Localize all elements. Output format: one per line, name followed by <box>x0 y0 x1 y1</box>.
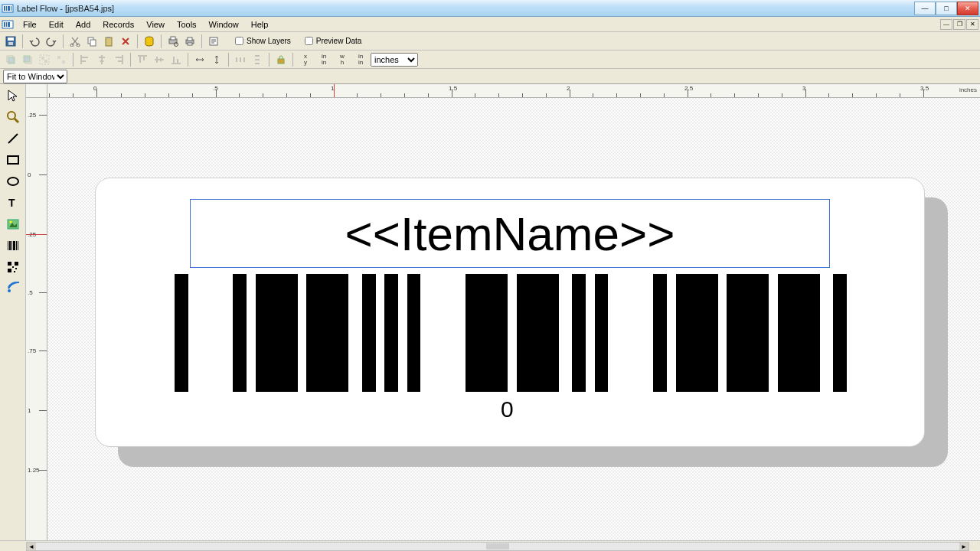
menu-window[interactable]: Window <box>203 18 245 31</box>
zoom-select[interactable]: Fit to Window <box>3 70 67 83</box>
svg-rect-51 <box>173 57 175 63</box>
svg-line-62 <box>8 134 18 143</box>
menu-view[interactable]: View <box>140 18 171 31</box>
svg-rect-43 <box>118 60 122 62</box>
bring-front-button[interactable] <box>3 52 18 67</box>
dist-vert-button[interactable] <box>250 52 265 67</box>
cut-button[interactable] <box>67 34 83 49</box>
svg-rect-42 <box>116 57 122 58</box>
paste-button[interactable] <box>101 34 116 49</box>
svg-rect-56 <box>255 55 260 57</box>
preview-data-checkbox[interactable]: Preview Data <box>305 37 361 45</box>
menu-tools[interactable]: Tools <box>171 18 203 31</box>
close-button[interactable]: ✕ <box>957 2 978 15</box>
scroll-thumb[interactable] <box>486 543 509 549</box>
align-center-v-button[interactable] <box>152 52 167 67</box>
send-back-button[interactable] <box>20 52 35 67</box>
print-button[interactable] <box>182 34 198 49</box>
maximize-button[interactable]: □ <box>936 2 957 15</box>
copy-button[interactable] <box>84 34 100 49</box>
align-center-h-button[interactable] <box>94 52 109 67</box>
menu-add[interactable]: Add <box>70 18 97 31</box>
svg-rect-36 <box>82 57 88 58</box>
svg-rect-40 <box>100 60 104 62</box>
canvas[interactable]: <<ItemName>>0 <box>47 98 980 540</box>
center-horiz-button[interactable] <box>192 52 207 67</box>
scroll-right-icon[interactable]: ► <box>959 543 969 550</box>
svg-rect-72 <box>13 241 15 250</box>
minimize-button[interactable]: — <box>914 2 936 15</box>
barcode-value: 0 <box>501 396 514 422</box>
redo-button[interactable] <box>44 34 59 49</box>
toolbar-main: Show Layers Preview Data <box>0 32 980 51</box>
barcode-tool[interactable] <box>2 236 24 256</box>
coord-w: wh <box>336 54 348 66</box>
svg-point-68 <box>9 221 11 223</box>
select-tool[interactable] <box>2 86 24 106</box>
svg-rect-74 <box>18 241 18 250</box>
menu-help[interactable]: Help <box>245 18 275 31</box>
center-vert-button[interactable] <box>209 52 224 67</box>
ellipse-tool[interactable] <box>2 171 24 191</box>
barcode[interactable] <box>175 274 847 392</box>
units-select[interactable]: inches <box>371 53 418 67</box>
menu-records[interactable]: Records <box>96 18 140 31</box>
h-scrollbar[interactable]: ◄ ► <box>26 542 969 551</box>
undo-button[interactable] <box>27 34 42 49</box>
svg-point-60 <box>8 112 15 119</box>
svg-rect-2 <box>6 6 7 11</box>
svg-rect-33 <box>57 56 60 59</box>
align-top-button[interactable] <box>135 52 150 67</box>
window-title: Label Flow - [jpsBA54.jps] <box>17 4 914 13</box>
text-tool[interactable]: T <box>2 193 24 213</box>
ungroup-button[interactable] <box>54 52 69 67</box>
svg-rect-59 <box>278 59 284 64</box>
svg-rect-3 <box>8 6 10 11</box>
svg-rect-11 <box>8 42 13 45</box>
delete-button[interactable] <box>118 34 133 49</box>
image-tool[interactable] <box>2 214 24 234</box>
svg-rect-58 <box>255 63 260 64</box>
ruler-vertical[interactable]: .250.25.5.7511.25 <box>26 98 47 540</box>
align-left-button[interactable] <box>77 52 93 67</box>
dist-horiz-button[interactable] <box>233 52 248 67</box>
svg-rect-31 <box>41 57 44 60</box>
text-field[interactable]: <<ItemName>> <box>190 199 830 268</box>
ruler-units-label: inches <box>959 86 977 93</box>
zoom-tool[interactable] <box>2 107 24 127</box>
svg-rect-73 <box>16 241 17 250</box>
svg-rect-24 <box>188 43 192 45</box>
rectangle-tool[interactable] <box>2 150 24 170</box>
database-button[interactable] <box>142 34 157 49</box>
line-tool[interactable] <box>2 129 24 148</box>
svg-rect-26 <box>8 57 15 64</box>
svg-text:T: T <box>8 197 15 209</box>
align-right-button[interactable] <box>111 52 126 67</box>
show-layers-checkbox[interactable]: Show Layers <box>235 37 291 45</box>
mdi-minimize-button[interactable]: — <box>940 19 952 30</box>
ruler-horizontal[interactable]: inches 0.511.522.533.5 <box>47 84 980 98</box>
align-bottom-button[interactable] <box>168 52 184 67</box>
svg-rect-76 <box>15 262 18 266</box>
svg-rect-46 <box>143 57 145 60</box>
svg-rect-78 <box>12 266 14 268</box>
doc-icon <box>2 18 14 31</box>
svg-rect-70 <box>9 241 11 250</box>
mdi-close-button[interactable]: ✕ <box>966 19 978 30</box>
mdi-restore-button[interactable]: ❐ <box>953 19 965 30</box>
coord-x-unit: inin <box>318 54 330 66</box>
barcode2d-tool[interactable] <box>2 257 24 277</box>
menu-edit[interactable]: Edit <box>43 18 70 31</box>
save-button[interactable] <box>3 34 18 49</box>
print-preview-button[interactable] <box>165 34 181 49</box>
properties-button[interactable] <box>206 34 221 49</box>
svg-rect-10 <box>8 37 14 41</box>
menu-file[interactable]: File <box>17 18 43 31</box>
svg-rect-49 <box>160 57 162 61</box>
lock-button[interactable] <box>273 52 289 67</box>
scroll-left-icon[interactable]: ◄ <box>27 543 36 550</box>
svg-rect-52 <box>177 59 178 63</box>
coord-x: xy <box>299 54 312 66</box>
group-button[interactable] <box>37 52 52 67</box>
rfid-tool[interactable] <box>2 279 24 298</box>
